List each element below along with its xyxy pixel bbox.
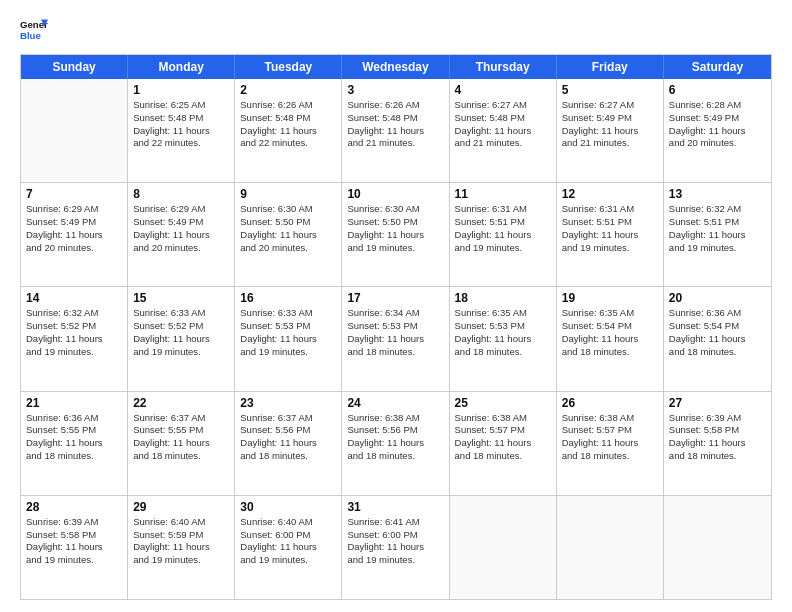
calendar-cell: 12Sunrise: 6:31 AMSunset: 5:51 PMDayligh… [557,183,664,286]
day-number: 28 [26,500,122,514]
cell-info-line: Sunrise: 6:41 AM [347,516,443,529]
cell-info-line: Daylight: 11 hours [133,229,229,242]
cell-info-line: Sunset: 6:00 PM [347,529,443,542]
cell-info-line: Sunrise: 6:27 AM [562,99,658,112]
cell-info-line: and 19 minutes. [455,242,551,255]
cell-info-line: Daylight: 11 hours [26,333,122,346]
cell-info-line: Sunrise: 6:37 AM [133,412,229,425]
calendar-cell: 3Sunrise: 6:26 AMSunset: 5:48 PMDaylight… [342,79,449,182]
cell-info-line: and 19 minutes. [562,242,658,255]
cell-info-line: Sunrise: 6:29 AM [133,203,229,216]
cell-info-line: Daylight: 11 hours [562,437,658,450]
cell-info-line: Daylight: 11 hours [240,541,336,554]
calendar-cell: 14Sunrise: 6:32 AMSunset: 5:52 PMDayligh… [21,287,128,390]
cell-info-line: and 18 minutes. [26,450,122,463]
calendar-header: SundayMondayTuesdayWednesdayThursdayFrid… [21,55,771,79]
cell-info-line: Sunrise: 6:34 AM [347,307,443,320]
cell-info-line: Sunset: 5:48 PM [240,112,336,125]
calendar-row-4: 28Sunrise: 6:39 AMSunset: 5:58 PMDayligh… [21,496,771,599]
cell-info-line: Daylight: 11 hours [26,437,122,450]
cell-info-line: Sunset: 5:58 PM [669,424,766,437]
calendar-cell: 31Sunrise: 6:41 AMSunset: 6:00 PMDayligh… [342,496,449,599]
day-number: 25 [455,396,551,410]
day-number: 23 [240,396,336,410]
cell-info-line: Sunrise: 6:25 AM [133,99,229,112]
cell-info-line: Daylight: 11 hours [347,333,443,346]
day-number: 24 [347,396,443,410]
calendar-cell: 9Sunrise: 6:30 AMSunset: 5:50 PMDaylight… [235,183,342,286]
cell-info-line: Sunrise: 6:26 AM [240,99,336,112]
cell-info-line: Sunrise: 6:36 AM [26,412,122,425]
cell-info-line: and 19 minutes. [133,554,229,567]
cell-info-line: and 19 minutes. [669,242,766,255]
calendar-cell: 21Sunrise: 6:36 AMSunset: 5:55 PMDayligh… [21,392,128,495]
day-number: 19 [562,291,658,305]
day-number: 12 [562,187,658,201]
day-number: 7 [26,187,122,201]
cell-info-line: and 18 minutes. [240,450,336,463]
cell-info-line: Sunset: 5:48 PM [347,112,443,125]
calendar-cell [557,496,664,599]
cell-info-line: Daylight: 11 hours [240,125,336,138]
cell-info-line: Daylight: 11 hours [347,125,443,138]
day-number: 8 [133,187,229,201]
cell-info-line: Daylight: 11 hours [455,125,551,138]
cell-info-line: and 21 minutes. [562,137,658,150]
day-number: 4 [455,83,551,97]
cell-info-line: Daylight: 11 hours [133,333,229,346]
cell-info-line: Daylight: 11 hours [562,125,658,138]
day-number: 22 [133,396,229,410]
calendar-cell: 22Sunrise: 6:37 AMSunset: 5:55 PMDayligh… [128,392,235,495]
day-number: 9 [240,187,336,201]
calendar-cell: 23Sunrise: 6:37 AMSunset: 5:56 PMDayligh… [235,392,342,495]
cell-info-line: Sunset: 5:52 PM [133,320,229,333]
cell-info-line: Sunset: 5:51 PM [562,216,658,229]
calendar-row-2: 14Sunrise: 6:32 AMSunset: 5:52 PMDayligh… [21,287,771,391]
cell-info-line: and 18 minutes. [347,346,443,359]
day-number: 27 [669,396,766,410]
cell-info-line: and 22 minutes. [240,137,336,150]
cell-info-line: Sunset: 5:49 PM [562,112,658,125]
day-number: 30 [240,500,336,514]
cell-info-line: and 18 minutes. [562,346,658,359]
header-cell-tuesday: Tuesday [235,55,342,79]
cell-info-line: Sunrise: 6:35 AM [562,307,658,320]
cell-info-line: and 18 minutes. [455,346,551,359]
header: General Blue [20,16,772,44]
cell-info-line: Sunrise: 6:37 AM [240,412,336,425]
cell-info-line: Daylight: 11 hours [240,229,336,242]
header-cell-wednesday: Wednesday [342,55,449,79]
cell-info-line: Sunrise: 6:30 AM [240,203,336,216]
cell-info-line: Sunset: 5:55 PM [26,424,122,437]
cell-info-line: Daylight: 11 hours [347,437,443,450]
cell-info-line: Sunset: 5:53 PM [455,320,551,333]
calendar-cell: 2Sunrise: 6:26 AMSunset: 5:48 PMDaylight… [235,79,342,182]
cell-info-line: and 21 minutes. [347,137,443,150]
cell-info-line: Sunrise: 6:38 AM [347,412,443,425]
cell-info-line: and 19 minutes. [347,242,443,255]
cell-info-line: and 18 minutes. [669,450,766,463]
cell-info-line: Daylight: 11 hours [26,229,122,242]
cell-info-line: Daylight: 11 hours [669,333,766,346]
cell-info-line: Sunrise: 6:26 AM [347,99,443,112]
cell-info-line: Sunrise: 6:29 AM [26,203,122,216]
cell-info-line: Sunrise: 6:32 AM [669,203,766,216]
cell-info-line: Sunrise: 6:31 AM [455,203,551,216]
cell-info-line: Sunset: 5:49 PM [133,216,229,229]
day-number: 18 [455,291,551,305]
header-cell-friday: Friday [557,55,664,79]
header-cell-thursday: Thursday [450,55,557,79]
calendar: SundayMondayTuesdayWednesdayThursdayFrid… [20,54,772,600]
day-number: 11 [455,187,551,201]
cell-info-line: Sunset: 5:56 PM [240,424,336,437]
cell-info-line: Sunset: 5:51 PM [669,216,766,229]
calendar-cell: 5Sunrise: 6:27 AMSunset: 5:49 PMDaylight… [557,79,664,182]
day-number: 14 [26,291,122,305]
calendar-cell: 25Sunrise: 6:38 AMSunset: 5:57 PMDayligh… [450,392,557,495]
cell-info-line: Daylight: 11 hours [455,229,551,242]
cell-info-line: and 19 minutes. [347,554,443,567]
day-number: 5 [562,83,658,97]
calendar-cell: 27Sunrise: 6:39 AMSunset: 5:58 PMDayligh… [664,392,771,495]
cell-info-line: Daylight: 11 hours [133,125,229,138]
svg-text:Blue: Blue [20,30,41,41]
